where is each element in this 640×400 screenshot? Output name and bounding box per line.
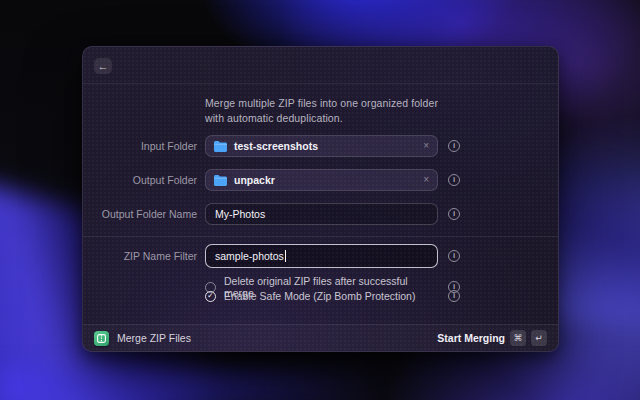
back-button[interactable]: ← bbox=[94, 58, 112, 74]
folder-icon bbox=[214, 141, 227, 152]
zip-name-filter-info-icon[interactable]: i bbox=[448, 250, 460, 262]
checkmark-icon: ✓ bbox=[207, 292, 213, 300]
input-folder-value: test-screenshots bbox=[234, 140, 318, 152]
safe-mode-row: ✓ Enable Safe Mode (Zip Bomb Protection)… bbox=[83, 290, 558, 302]
app-name: Merge ZIP Files bbox=[117, 332, 191, 344]
zip-name-filter-row: ZIP Name Filter sample-photos i bbox=[83, 244, 558, 268]
form-description: Merge multiple ZIP files into one organi… bbox=[205, 96, 453, 125]
dialog-footer: Merge ZIP Files Start Merging ⌘ ↵ bbox=[83, 324, 558, 351]
back-arrow-icon: ← bbox=[98, 59, 109, 74]
unpackr-app-icon bbox=[94, 331, 109, 346]
output-folder-name-input[interactable]: My-Photos bbox=[205, 203, 438, 225]
safe-mode-info-icon[interactable]: i bbox=[448, 290, 460, 302]
command-key-icon: ⌘ bbox=[510, 330, 526, 346]
safe-mode-checkbox[interactable]: ✓ Enable Safe Mode (Zip Bomb Protection) bbox=[205, 290, 438, 302]
zip-name-filter-label: ZIP Name Filter bbox=[83, 250, 197, 262]
section-divider bbox=[83, 236, 558, 237]
output-folder-row: Output Folder unpackr × i bbox=[83, 169, 558, 191]
output-folder-name-row: Output Folder Name My-Photos i bbox=[83, 203, 558, 225]
output-folder-value: unpackr bbox=[234, 174, 275, 186]
dialog-header: ← bbox=[83, 47, 558, 83]
text-caret bbox=[285, 250, 286, 262]
output-folder-name-info-icon[interactable]: i bbox=[448, 208, 460, 220]
output-folder-name-value: My-Photos bbox=[215, 208, 265, 220]
return-key-icon: ↵ bbox=[531, 330, 547, 346]
clear-output-folder-button[interactable]: × bbox=[423, 175, 429, 185]
clear-input-folder-button[interactable]: × bbox=[423, 141, 429, 151]
output-folder-field[interactable]: unpackr × bbox=[205, 169, 438, 191]
zip-name-filter-value: sample-photos bbox=[215, 250, 284, 262]
start-merging-button[interactable]: Start Merging bbox=[437, 332, 505, 344]
output-folder-info-icon[interactable]: i bbox=[448, 174, 460, 186]
header-divider bbox=[83, 83, 558, 84]
input-folder-row: Input Folder test-screenshots × i bbox=[83, 135, 558, 157]
input-folder-label: Input Folder bbox=[83, 140, 197, 152]
input-folder-field[interactable]: test-screenshots × bbox=[205, 135, 438, 157]
input-folder-info-icon[interactable]: i bbox=[448, 140, 460, 152]
zip-name-filter-input[interactable]: sample-photos bbox=[205, 244, 438, 268]
output-folder-label: Output Folder bbox=[83, 174, 197, 186]
checkbox-checked-icon: ✓ bbox=[205, 291, 216, 302]
safe-mode-label: Enable Safe Mode (Zip Bomb Protection) bbox=[224, 290, 415, 302]
wallpaper-streak-bottom bbox=[0, 368, 420, 400]
output-folder-name-label: Output Folder Name bbox=[83, 208, 197, 220]
folder-icon bbox=[214, 175, 227, 186]
merge-zip-files-dialog: ← Merge multiple ZIP files into one orga… bbox=[82, 46, 559, 352]
